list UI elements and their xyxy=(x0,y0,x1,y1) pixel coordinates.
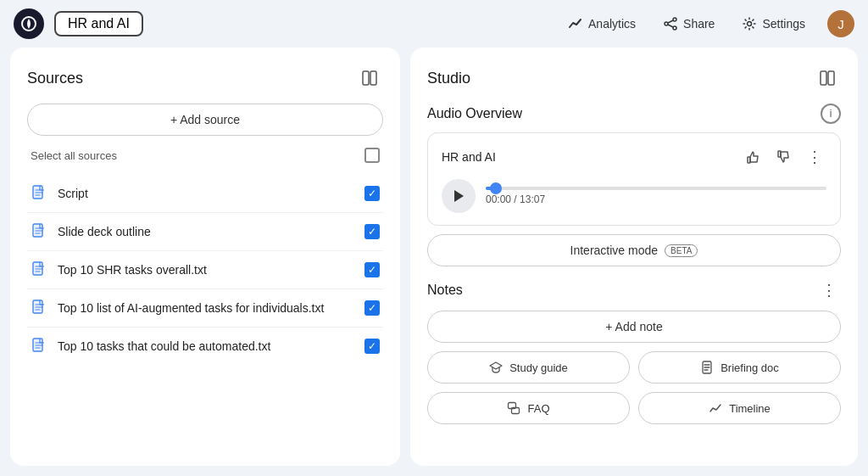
sources-panel: Sources + Add source Select all sources … xyxy=(10,48,400,466)
main-content: Sources + Add source Select all sources … xyxy=(0,48,868,476)
source-name: Slide deck outline xyxy=(58,225,354,238)
studio-panel-header: Studio xyxy=(427,64,841,92)
play-button[interactable] xyxy=(442,179,476,213)
interactive-mode-button[interactable]: Interactive mode BETA xyxy=(427,234,841,266)
player-progress-section: 00:00 / 13:07 xyxy=(486,187,826,205)
sources-title: Sources xyxy=(27,70,83,87)
audio-player-row: 00:00 / 13:07 xyxy=(442,179,826,213)
studio-panel: Studio Audio Overview i HR and AI xyxy=(410,48,858,466)
faq-icon xyxy=(507,401,520,415)
source-checkbox[interactable]: ✓ xyxy=(364,186,380,201)
notes-more-button[interactable]: ⋮ xyxy=(817,278,841,302)
graduation-icon xyxy=(489,361,503,374)
source-name: Top 10 list of AI-augmented tasks for in… xyxy=(58,301,354,315)
settings-button[interactable]: Settings xyxy=(730,9,817,38)
audio-action-buttons: ⋮ xyxy=(742,145,826,169)
svg-point-3 xyxy=(673,26,676,30)
source-list: Script ✓ Slide deck outline ✓ Top 10 SHR… xyxy=(27,175,383,365)
file-icon xyxy=(31,185,47,202)
note-actions-grid: Study guide Briefing doc xyxy=(427,351,841,424)
layout-icon xyxy=(361,70,378,87)
svg-rect-12 xyxy=(821,71,826,85)
svg-point-2 xyxy=(665,22,668,25)
audio-player-card: HR and AI xyxy=(427,132,841,226)
share-button[interactable]: Share xyxy=(651,9,726,38)
faq-button[interactable]: FAQ xyxy=(427,392,630,424)
svg-rect-14 xyxy=(748,157,750,163)
thumbs-up-icon xyxy=(746,149,761,165)
studio-title: Studio xyxy=(427,70,470,87)
file-icon xyxy=(31,300,47,316)
analytics-button[interactable]: Analytics xyxy=(556,9,648,38)
file-icon xyxy=(31,261,47,278)
audio-overview-header: Audio Overview i xyxy=(427,104,841,124)
select-all-row: Select all sources xyxy=(27,148,383,163)
notes-header: Notes ⋮ xyxy=(427,278,841,302)
source-checkbox[interactable]: ✓ xyxy=(364,224,380,239)
notes-section: Notes ⋮ + Add note Study guide xyxy=(427,278,841,424)
source-name: Top 10 tasks that could be automated.txt xyxy=(58,339,354,353)
layout-icon xyxy=(819,70,836,87)
svg-point-1 xyxy=(673,18,676,21)
thumbs-down-button[interactable] xyxy=(772,145,796,169)
source-name: Script xyxy=(58,187,354,200)
add-note-button[interactable]: + Add note xyxy=(427,311,841,343)
progress-bar[interactable] xyxy=(486,187,826,190)
notes-title: Notes xyxy=(427,283,463,298)
timeline-button[interactable]: Timeline xyxy=(638,392,841,424)
svg-rect-6 xyxy=(370,71,376,85)
file-icon xyxy=(31,338,47,355)
interactive-mode-label: Interactive mode xyxy=(570,244,659,257)
file-icon xyxy=(31,223,47,240)
audio-overview-title: Audio Overview xyxy=(427,106,522,121)
sources-layout-toggle[interactable] xyxy=(356,64,383,92)
audio-more-button[interactable]: ⋮ xyxy=(803,145,826,169)
briefing-doc-icon xyxy=(700,361,714,374)
settings-icon xyxy=(742,16,757,31)
audio-track-title: HR and AI xyxy=(442,150,496,164)
source-checkbox[interactable]: ✓ xyxy=(364,300,380,316)
play-icon xyxy=(453,189,465,203)
study-guide-button[interactable]: Study guide xyxy=(427,351,630,384)
avatar[interactable]: J xyxy=(827,10,854,37)
analytics-icon xyxy=(568,16,583,31)
timeline-label: Timeline xyxy=(729,402,771,415)
briefing-doc-label: Briefing doc xyxy=(721,361,779,374)
study-guide-label: Study guide xyxy=(509,361,568,374)
source-item[interactable]: Top 10 tasks that could be automated.txt… xyxy=(27,328,383,365)
source-checkbox[interactable]: ✓ xyxy=(364,262,380,277)
app-header: HR and AI Analytics Share Settings J xyxy=(0,0,868,48)
faq-label: FAQ xyxy=(527,402,549,415)
source-item[interactable]: Top 10 SHR tasks overall.txt ✓ xyxy=(27,251,383,289)
audio-title-row: HR and AI xyxy=(442,145,826,169)
thumbs-down-icon xyxy=(776,149,792,165)
add-source-button[interactable]: + Add source xyxy=(27,104,383,136)
thumbs-up-button[interactable] xyxy=(742,145,765,169)
briefing-doc-button[interactable]: Briefing doc xyxy=(638,351,841,384)
svg-point-4 xyxy=(748,22,752,26)
select-all-checkbox[interactable] xyxy=(364,148,380,163)
notebook-title[interactable]: HR and AI xyxy=(54,11,143,36)
source-item[interactable]: Script ✓ xyxy=(27,175,383,213)
svg-rect-15 xyxy=(778,151,781,157)
source-item[interactable]: Slide deck outline ✓ xyxy=(27,213,383,251)
studio-sections: Audio Overview i HR and AI xyxy=(427,104,841,424)
source-checkbox[interactable]: ✓ xyxy=(364,339,380,354)
beta-badge: BETA xyxy=(665,244,698,257)
time-display: 00:00 / 13:07 xyxy=(486,193,826,205)
timeline-icon xyxy=(709,401,722,415)
sources-panel-header: Sources xyxy=(27,64,383,92)
studio-layout-toggle[interactable] xyxy=(814,64,841,92)
audio-overview-section: Audio Overview i HR and AI xyxy=(427,104,841,266)
audio-info-icon[interactable]: i xyxy=(821,104,841,124)
header-actions: Analytics Share Settings J xyxy=(556,9,854,38)
select-all-label: Select all sources xyxy=(31,149,117,162)
app-logo xyxy=(14,8,44,39)
source-name: Top 10 SHR tasks overall.txt xyxy=(58,263,354,277)
share-icon xyxy=(663,16,678,31)
svg-rect-5 xyxy=(363,71,369,85)
progress-dot xyxy=(490,182,502,194)
source-item[interactable]: Top 10 list of AI-augmented tasks for in… xyxy=(27,289,383,328)
svg-rect-13 xyxy=(828,71,834,85)
